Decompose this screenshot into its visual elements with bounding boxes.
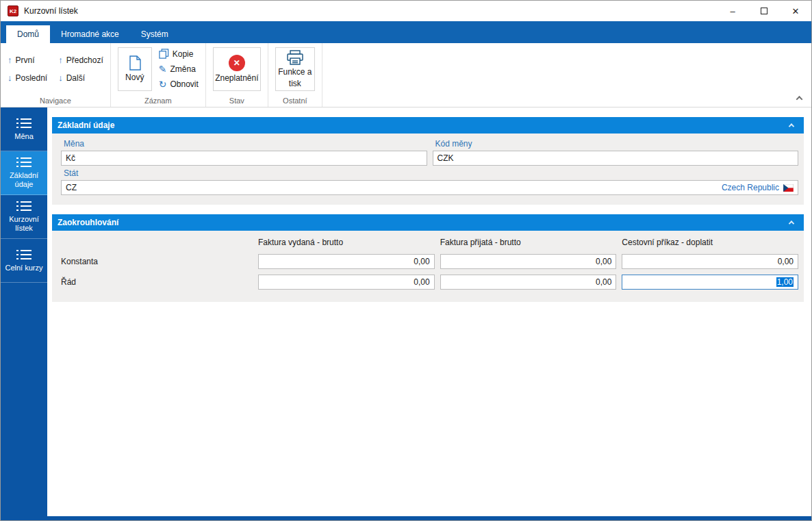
panel-title: Základní údaje <box>58 120 114 130</box>
minimize-button[interactable]: – <box>717 1 748 21</box>
arrow-up-icon: ↑ <box>58 55 63 64</box>
red-x-circle-icon: ✕ <box>229 55 245 71</box>
tab-domu[interactable]: Domů <box>6 25 50 43</box>
column-header-faktura-prijata: Faktura přijatá - brutto <box>440 233 617 251</box>
konstanta-input-3[interactable]: 0,00 <box>622 254 798 269</box>
collapse-basic-panel-button[interactable] <box>785 119 798 131</box>
panel-rounding-header: Zaokrouhlování <box>52 214 804 231</box>
state-country-label: Czech Republic <box>722 183 779 192</box>
app-window: K2 Kurzovní lístek – ✕ Domů Hromadné akc… <box>0 0 812 521</box>
row-label-konstanta: Konstanta <box>61 257 253 266</box>
copy-icon <box>159 49 169 59</box>
change-button-label: Změna <box>170 64 195 74</box>
cell-value: 0,00 <box>596 277 611 287</box>
invalidate-button[interactable]: ✕ Zneplatnění <box>213 47 261 91</box>
last-button-label: Poslední <box>16 73 48 83</box>
window-title: Kurzovní lístek <box>24 6 78 16</box>
refresh-button[interactable]: ↻ Obnovit <box>159 79 199 89</box>
sidebar-item-label: Základní údaje <box>3 171 45 189</box>
last-button[interactable]: ↓ Poslední <box>8 73 47 83</box>
copy-button[interactable]: Kopie <box>159 49 199 59</box>
panel-title: Zaokrouhlování <box>58 218 118 227</box>
arrow-down-icon: ↓ <box>58 73 63 82</box>
panel-rounding-body: Faktura vydaná - brutto Faktura přijatá … <box>52 231 804 302</box>
panel-rounding: Zaokrouhlování Faktura vydaná - brutto F… <box>52 214 804 302</box>
state-input[interactable]: CZ Czech Republic <box>61 180 798 195</box>
maximize-button[interactable] <box>748 1 780 21</box>
first-button-label: První <box>16 55 35 65</box>
group-label-other: Ostatní <box>268 94 322 107</box>
previous-button[interactable]: ↑ Předchozí <box>58 55 103 65</box>
document-icon <box>129 55 141 71</box>
close-button[interactable]: ✕ <box>780 1 811 21</box>
state-label: Stát <box>64 168 798 178</box>
new-button[interactable]: Nový <box>118 47 152 91</box>
currency-value: Kč <box>66 153 75 163</box>
ribbon: ↑ První ↓ Poslední ↑ Předchozí ↓ Další <box>1 43 811 107</box>
column-header-faktura-vydana: Faktura vydaná - brutto <box>258 233 435 251</box>
refresh-button-label: Obnovit <box>170 79 198 89</box>
rad-input-3[interactable]: 1,00 <box>622 275 798 290</box>
ribbon-group-state: ✕ Zneplatnění Stav <box>206 43 268 107</box>
invalidate-button-label: Zneplatnění <box>215 74 258 83</box>
group-label-record: Záznam <box>111 94 205 107</box>
cell-value: 0,00 <box>414 257 429 266</box>
ribbon-tabstrip: Domů Hromadné akce Systém <box>1 21 811 43</box>
panel-basic-body: Měna Kč Kód měny CZK <box>52 134 804 205</box>
rad-input-1[interactable]: 0,00 <box>258 275 435 290</box>
sidebar-item-zakladni-udaje[interactable]: Základní údaje <box>1 151 47 195</box>
cell-value-selected: 1,00 <box>776 277 794 287</box>
panel-basic-header: Základní údaje <box>52 117 804 134</box>
chevron-up-icon <box>789 220 794 226</box>
row-label-rad: Řád <box>61 277 253 287</box>
sidebar: Měna Základní údaje <box>1 107 47 516</box>
next-button[interactable]: ↓ Další <box>58 73 103 83</box>
list-icon <box>16 249 31 260</box>
sidebar-item-mena[interactable]: Měna <box>1 107 47 151</box>
column-header-cestovni-prikaz: Cestovní příkaz - doplatit <box>622 233 798 251</box>
czech-flag-icon[interactable] <box>783 184 794 192</box>
functions-print-button[interactable]: Funkce a tisk <box>275 47 315 91</box>
tab-system[interactable]: Systém <box>130 25 179 43</box>
sidebar-item-label: Měna <box>14 132 34 141</box>
ribbon-group-record: Nový Kopie ✎ Změna <box>111 43 206 107</box>
window-controls: – ✕ <box>717 1 811 21</box>
currency-label: Měna <box>64 139 427 149</box>
list-icon <box>16 201 31 212</box>
chevron-up-icon <box>796 96 803 103</box>
functions-print-label-line1: Funkce a <box>278 68 312 77</box>
first-button[interactable]: ↑ První <box>8 55 47 65</box>
previous-button-label: Předchozí <box>66 55 103 65</box>
group-label-state: Stav <box>206 94 268 107</box>
arrow-up-icon: ↑ <box>8 55 12 64</box>
refresh-icon: ↻ <box>159 79 167 89</box>
arrow-down-icon: ↓ <box>8 73 12 82</box>
sidebar-item-kurzovni-listek[interactable]: Kurzovní lístek <box>1 195 47 239</box>
pencil-icon: ✎ <box>159 64 167 74</box>
currency-code-label: Kód měny <box>435 139 799 149</box>
new-button-label: Nový <box>125 73 144 82</box>
copy-button-label: Kopie <box>173 49 194 59</box>
titlebar: K2 Kurzovní lístek – ✕ <box>1 1 811 21</box>
printer-icon <box>286 50 304 65</box>
collapse-ribbon-button[interactable] <box>797 93 802 103</box>
cell-value: 0,00 <box>778 257 794 266</box>
minimize-icon: – <box>730 6 735 16</box>
ribbon-group-other: Funkce a tisk Ostatní <box>268 43 322 107</box>
currency-code-input[interactable]: CZK <box>433 151 799 166</box>
currency-input[interactable]: Kč <box>61 151 427 166</box>
konstanta-input-1[interactable]: 0,00 <box>258 254 435 269</box>
collapse-rounding-panel-button[interactable] <box>785 216 798 229</box>
tab-hromadne-akce[interactable]: Hromadné akce <box>50 25 130 43</box>
cell-value: 0,00 <box>596 257 611 266</box>
main-body: Měna Základní údaje <box>1 107 811 516</box>
close-icon: ✕ <box>792 6 800 16</box>
sidebar-item-celni-kurzy[interactable]: Celní kurzy <box>1 239 47 283</box>
change-button[interactable]: ✎ Změna <box>159 64 199 74</box>
next-button-label: Další <box>66 73 85 83</box>
rad-input-2[interactable]: 0,00 <box>440 275 617 290</box>
currency-code-value: CZK <box>437 153 454 163</box>
group-label-navigation: Navigace <box>1 94 110 107</box>
konstanta-input-2[interactable]: 0,00 <box>440 254 617 269</box>
maximize-icon <box>761 8 767 14</box>
